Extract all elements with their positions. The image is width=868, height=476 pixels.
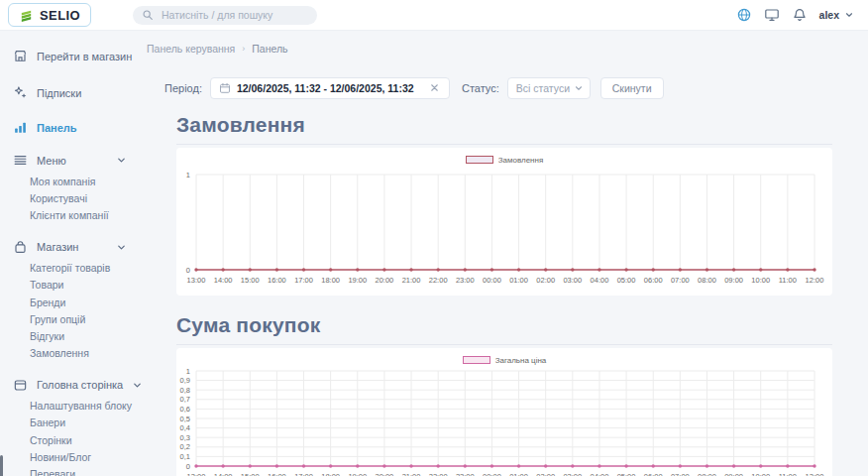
sparkles-icon xyxy=(13,85,28,100)
svg-text:08:00: 08:00 xyxy=(698,276,716,285)
sidebar-subitem-block-settings[interactable]: Налаштування блоку xyxy=(30,398,139,415)
reset-button[interactable]: Скинути xyxy=(600,77,664,99)
svg-text:22:00: 22:00 xyxy=(429,472,448,476)
svg-text:21:00: 21:00 xyxy=(402,472,421,476)
purchase-sum-line-chart: 10,90,80,70,60,50,40,30,20,1013:0014:001… xyxy=(176,367,832,476)
purchase-sum-chart-legend[interactable]: Загальна ціна xyxy=(176,353,832,367)
browser-window-icon xyxy=(13,378,28,393)
svg-text:18:00: 18:00 xyxy=(321,276,340,285)
svg-text:15:00: 15:00 xyxy=(241,472,260,476)
svg-text:06:00: 06:00 xyxy=(644,472,663,476)
svg-text:1: 1 xyxy=(186,367,190,376)
sidebar-item-menu[interactable]: Меню xyxy=(0,149,139,172)
search-box[interactable] xyxy=(133,6,317,25)
sidebar-subitem-products[interactable]: Товари xyxy=(30,277,139,294)
sidebar-item-label: Підписки xyxy=(37,86,127,100)
sidebar-subitem-orders[interactable]: Замовлення xyxy=(30,345,139,362)
svg-text:04:00: 04:00 xyxy=(591,276,609,285)
breadcrumb-dashboard[interactable]: Панель керування xyxy=(147,43,235,55)
svg-text:12:00: 12:00 xyxy=(806,276,824,285)
go-to-store-label: Перейти в магазин xyxy=(37,50,132,63)
sidebar-subitem-reviews[interactable]: Відгуки xyxy=(30,327,139,344)
svg-text:0: 0 xyxy=(186,462,190,471)
orders-chart-legend[interactable]: Замовлення xyxy=(176,153,832,167)
sidebar-item-store[interactable]: Магазин xyxy=(0,236,139,259)
svg-text:06:00: 06:00 xyxy=(644,276,663,285)
status-label: Статус: xyxy=(462,82,499,94)
shopping-bag-icon xyxy=(13,240,28,255)
svg-text:01:00: 01:00 xyxy=(509,472,528,476)
sidebar-item-home-page[interactable]: Головна сторінка xyxy=(0,374,139,397)
svg-text:23:00: 23:00 xyxy=(456,276,475,285)
go-to-store-link[interactable]: Перейти в магазин xyxy=(0,45,139,67)
filter-bar: Період: 12/06/2025, 11:32 - 12/06/2025, … xyxy=(164,77,868,99)
svg-text:17:00: 17:00 xyxy=(294,472,313,476)
svg-text:0: 0 xyxy=(186,266,190,275)
clear-x-icon[interactable] xyxy=(429,82,441,94)
svg-text:0,1: 0,1 xyxy=(180,452,190,461)
sidebar-item-dashboard[interactable]: Панель xyxy=(0,116,139,139)
sidebar-subitem-banners[interactable]: Банери xyxy=(30,415,139,431)
sidebar-subitem-my-company[interactable]: Моя компанія xyxy=(30,173,139,189)
svg-text:0,5: 0,5 xyxy=(180,415,190,423)
svg-text:20:00: 20:00 xyxy=(376,276,394,285)
sidebar-subitem-news-blog[interactable]: Новини/Блог xyxy=(30,448,139,465)
svg-text:14:00: 14:00 xyxy=(214,472,233,476)
svg-text:03:00: 03:00 xyxy=(563,472,582,476)
monitor-icon[interactable] xyxy=(764,7,780,23)
svg-text:00:00: 00:00 xyxy=(483,276,501,285)
purchase-sum-section-title: Сума покупок xyxy=(176,313,832,345)
search-input[interactable] xyxy=(160,8,308,22)
sidebar-subitem-pages[interactable]: Сторінки xyxy=(30,431,139,448)
svg-text:21:00: 21:00 xyxy=(402,276,421,285)
bar-chart-icon xyxy=(13,120,28,135)
svg-text:0,3: 0,3 xyxy=(180,433,190,442)
svg-text:23:00: 23:00 xyxy=(456,472,475,476)
top-right-controls: alex xyxy=(736,7,854,23)
sidebar-item-label: Панель xyxy=(37,121,127,135)
sidebar-subitem-benefits[interactable]: Переваги xyxy=(30,465,139,476)
status-select[interactable]: Всі статуси xyxy=(507,77,591,99)
breadcrumb: Панель керування › Панель xyxy=(147,43,868,55)
calendar-icon xyxy=(219,82,231,94)
svg-text:0,4: 0,4 xyxy=(180,423,190,432)
svg-text:11:00: 11:00 xyxy=(779,276,797,285)
orders-section-title: Замовлення xyxy=(176,113,832,145)
notifications-bell-icon[interactable] xyxy=(792,7,808,23)
svg-text:10:00: 10:00 xyxy=(751,276,770,285)
sidebar-item-label: Магазин xyxy=(37,240,107,254)
svg-text:11:00: 11:00 xyxy=(779,472,797,476)
legend-label: Замовлення xyxy=(498,156,544,165)
svg-text:16:00: 16:00 xyxy=(268,276,286,285)
period-range-input[interactable]: 12/06/2025, 11:32 - 12/06/2025, 11:32 xyxy=(210,77,450,99)
svg-text:0,9: 0,9 xyxy=(180,376,190,385)
scrollbar-thumb[interactable] xyxy=(0,455,3,476)
sidebar-subitem-brands[interactable]: Бренди xyxy=(30,294,139,310)
svg-text:20:00: 20:00 xyxy=(376,472,394,476)
purchase-sum-chart-card: Загальна ціна 10,90,80,70,60,50,40,30,20… xyxy=(176,348,832,476)
user-menu[interactable]: alex xyxy=(819,9,854,21)
period-value: 12/06/2025, 11:32 - 12/06/2025, 11:32 xyxy=(237,82,423,94)
svg-text:01:00: 01:00 xyxy=(509,276,528,285)
breadcrumb-separator-icon: › xyxy=(242,44,245,54)
menu-lines-icon xyxy=(13,153,28,168)
user-name: alex xyxy=(819,9,839,21)
svg-text:00:00: 00:00 xyxy=(483,472,501,476)
logo-icon xyxy=(19,8,34,23)
logo[interactable]: SELIO xyxy=(8,3,91,27)
svg-text:1: 1 xyxy=(186,171,190,179)
sidebar-subitem-company-clients[interactable]: Клієнти компанії xyxy=(30,206,139,223)
svg-text:02:00: 02:00 xyxy=(536,276,555,285)
sidebar-subitem-option-groups[interactable]: Групи опцій xyxy=(30,310,139,327)
sidebar-subitem-users[interactable]: Користувачі xyxy=(30,189,139,206)
svg-text:05:00: 05:00 xyxy=(617,472,636,476)
svg-text:13:00: 13:00 xyxy=(187,276,206,285)
language-globe-icon[interactable] xyxy=(736,7,752,23)
sidebar: Перейти в магазин Підписки Панель Меню xyxy=(0,31,139,476)
logo-text: SELIO xyxy=(40,8,80,23)
svg-text:22:00: 22:00 xyxy=(429,276,448,285)
orders-line-chart: 1013:0014:0015:0016:0017:0018:0019:0020:… xyxy=(176,167,832,290)
sidebar-item-subscriptions[interactable]: Підписки xyxy=(0,81,139,104)
breadcrumb-current: Панель xyxy=(252,43,287,55)
sidebar-subitem-product-categories[interactable]: Категорії товарів xyxy=(30,260,139,277)
